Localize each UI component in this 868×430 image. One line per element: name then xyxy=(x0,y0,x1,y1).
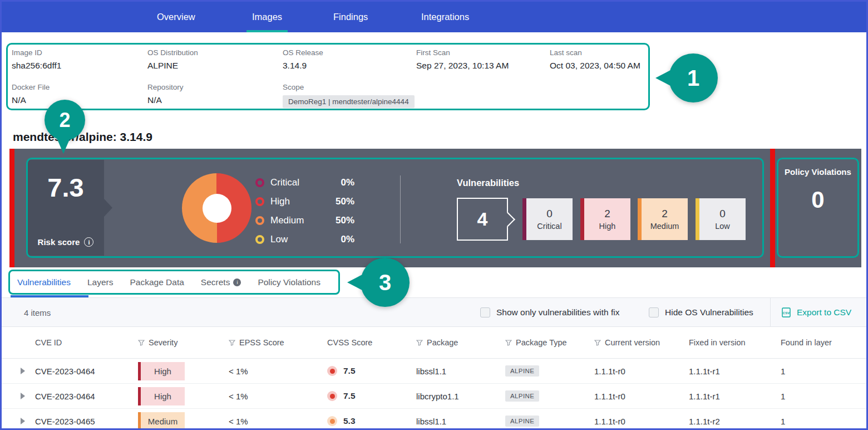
tab-package-data[interactable]: Package Data xyxy=(130,277,184,287)
severity-donut-chart xyxy=(182,173,251,243)
cell-current-version: 1.1.1t-r0 xyxy=(594,392,689,401)
callout-number: 2 xyxy=(59,109,70,132)
severity-count: 0 xyxy=(719,208,726,220)
table-row: CVE-2023-0464 High < 1% 7.5 libssl1.1 AL… xyxy=(2,359,866,384)
nav-tab-images[interactable]: Images xyxy=(249,2,285,32)
header-cvss-score: CVSS Score xyxy=(327,338,416,347)
callout-3: 3 xyxy=(361,258,410,307)
scope-badge: DemoReg1 | mendtester/alpine4444 xyxy=(283,95,415,108)
filter-icon[interactable] xyxy=(416,340,423,346)
header-package: Package xyxy=(416,338,505,347)
risk-score-label: Risk score xyxy=(38,237,80,247)
cell-package: libssl1.1 xyxy=(416,417,505,426)
tab-layers[interactable]: Layers xyxy=(87,277,114,287)
cell-found-in-layer: 1 xyxy=(781,367,866,376)
cvss-severity-dot-icon xyxy=(327,391,337,401)
csv-file-icon: CSV xyxy=(781,307,792,318)
policy-violations-count: 0 xyxy=(778,187,857,213)
field-first-scan: First Scan Sep 27, 2023, 10:13 AM xyxy=(416,48,509,71)
cvss-severity-dot-icon xyxy=(327,366,337,376)
tab-vulnerabilities[interactable]: Vulnerabilities xyxy=(17,277,71,287)
field-value: Sep 27, 2023, 10:13 AM xyxy=(416,61,509,71)
info-icon[interactable]: i xyxy=(84,237,93,247)
checkbox-hide-os[interactable] xyxy=(649,307,659,317)
donut-hole xyxy=(203,194,231,223)
callout-tail-icon xyxy=(57,138,70,154)
detail-tabs-bar: Vulnerabilities Layers Package Data Secr… xyxy=(2,267,866,297)
legend-row-medium: Medium 50% xyxy=(255,211,354,230)
alert-stripe-left xyxy=(9,149,14,267)
nav-tab-integrations[interactable]: Integrations xyxy=(418,2,472,32)
severity-label: Critical xyxy=(537,222,561,231)
callout-1: 1 xyxy=(669,53,718,102)
field-label: OS Distribution xyxy=(147,48,198,57)
arrow-right-icon xyxy=(104,199,112,217)
legend-label: High xyxy=(270,196,336,207)
legend-row-high: High 50% xyxy=(255,192,354,211)
header-label: EPSS Score xyxy=(239,338,284,347)
header-label: Found in layer xyxy=(781,338,832,347)
expand-chevron-icon[interactable] xyxy=(21,368,25,374)
header-label: CVE ID xyxy=(35,338,62,347)
header-fixed-in-version: Fixed in version xyxy=(689,338,781,347)
field-label: Image ID xyxy=(12,48,61,57)
severity-box-low: 0 Low xyxy=(696,198,746,240)
low-dot-icon xyxy=(255,235,264,244)
filter-icon[interactable] xyxy=(594,340,601,346)
field-value: N/A xyxy=(12,95,50,105)
header-epss-score: EPSS Score xyxy=(229,338,327,347)
severity-badge: Medium xyxy=(138,412,185,430)
filter-icon[interactable] xyxy=(505,340,512,346)
legend-label: Medium xyxy=(270,215,336,226)
field-value: sha256:6dff1 xyxy=(12,61,61,71)
field-label: Repository xyxy=(147,83,184,91)
cell-epss: < 1% xyxy=(229,367,327,376)
medium-dot-icon xyxy=(255,216,264,225)
nav-tab-findings[interactable]: Findings xyxy=(330,2,371,32)
tab-label: Layers xyxy=(87,277,114,287)
nav-tab-label: Findings xyxy=(333,12,368,22)
package-type-badge: ALPINE xyxy=(505,365,539,377)
checkbox-show-only-fix[interactable] xyxy=(480,307,490,317)
nav-tab-overview[interactable]: Overview xyxy=(154,2,199,32)
field-image-id: Image ID sha256:6dff1 xyxy=(12,48,61,71)
cell-package: libcrypto1.1 xyxy=(416,392,505,401)
legend-label: Critical xyxy=(270,177,341,188)
high-dot-icon xyxy=(255,197,264,206)
tab-label: Secrets xyxy=(201,277,230,287)
checkbox-label: Show only vulnerabilities with fix xyxy=(496,307,619,317)
cell-found-in-layer: 1 xyxy=(781,417,866,426)
header-label: Current version xyxy=(605,338,660,347)
total-vulnerabilities-count: 4 xyxy=(477,208,488,230)
header-label: Severity xyxy=(149,338,177,347)
table-row: CVE-2023-0465 Medium < 1% 5.3 libssl1.1 … xyxy=(2,409,866,430)
tab-policy-violations[interactable]: Policy Violations xyxy=(258,277,320,287)
filter-icon[interactable] xyxy=(138,340,145,346)
filter-icon[interactable] xyxy=(229,340,235,346)
expand-chevron-icon[interactable] xyxy=(21,418,25,424)
header-label: Package xyxy=(427,338,458,347)
cell-epss: < 1% xyxy=(229,417,327,426)
cell-cvss: 5.3 xyxy=(327,416,416,426)
field-label: First Scan xyxy=(416,48,509,57)
policy-violations-box: Policy Violations 0 xyxy=(777,158,859,258)
header-label: Fixed in version xyxy=(689,338,746,347)
checkbox-label: Hide OS Vulnerabilities xyxy=(665,307,753,317)
field-value: N/A xyxy=(147,95,184,105)
field-value: 3.14.9 xyxy=(283,61,323,71)
tab-secrets[interactable]: Secrets i xyxy=(201,277,241,287)
cell-package: libssl1.1 xyxy=(416,367,505,376)
nav-tab-label: Overview xyxy=(157,12,195,22)
top-nav: Overview Images Findings Integrations xyxy=(2,2,866,32)
cvss-severity-dot-icon xyxy=(327,416,337,426)
expand-chevron-icon[interactable] xyxy=(21,393,25,399)
severity-label: High xyxy=(599,222,616,231)
divider xyxy=(400,175,401,243)
items-count: 4 items xyxy=(24,307,51,317)
severity-box-high: 2 High xyxy=(580,198,630,240)
header-package-type: Package Type xyxy=(505,338,594,347)
export-csv-button[interactable]: CSV Export to CSV xyxy=(781,307,851,318)
severity-count: 0 xyxy=(546,208,553,220)
table-toolbar: 4 items Show only vulnerabilities with f… xyxy=(2,297,866,327)
severity-count: 2 xyxy=(662,208,668,220)
